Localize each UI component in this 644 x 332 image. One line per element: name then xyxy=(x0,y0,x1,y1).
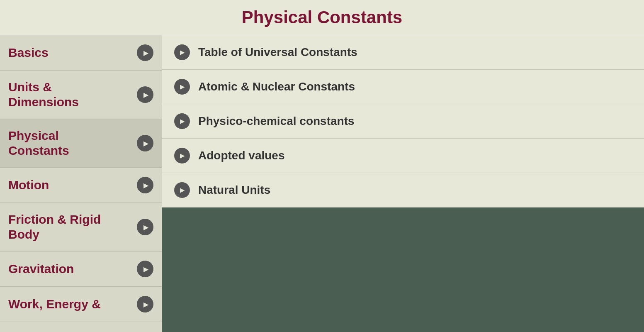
sidebar-label-friction-rigid-body: Friction & RigidBody xyxy=(8,212,101,241)
content-label-natural-units: Natural Units xyxy=(198,183,270,197)
page-title: Physical Constants xyxy=(242,7,402,27)
sidebar-item-units-dimensions[interactable]: Units &Dimensions xyxy=(0,71,162,119)
content-icon-natural-units xyxy=(174,182,190,198)
content-icon-atomic-nuclear xyxy=(174,79,190,95)
sidebar-label-work-energy: Work, Energy & xyxy=(8,297,101,311)
sidebar-arrow-motion xyxy=(137,177,153,193)
sidebar-arrow-units-dimensions xyxy=(137,86,153,103)
sidebar-label-gravitation: Gravitation xyxy=(8,262,74,276)
content-label-physico-chemical: Physico-chemical constants xyxy=(198,115,355,128)
sidebar-label-units-dimensions: Units &Dimensions xyxy=(8,80,79,109)
content-item-physico-chemical[interactable]: Physico-chemical constants xyxy=(162,104,644,139)
content-icon-adopted-values xyxy=(174,148,190,164)
content-icon-physico-chemical xyxy=(174,113,190,129)
sidebar-item-physical-constants[interactable]: PhysicalConstants xyxy=(0,119,162,168)
sidebar-item-gravitation[interactable]: Gravitation xyxy=(0,251,162,287)
sidebar-arrow-physical-constants xyxy=(137,135,153,151)
sidebar-label-physical-constants: PhysicalConstants xyxy=(8,129,69,157)
content-item-table-universal[interactable]: Table of Universal Constants xyxy=(162,35,644,70)
content-panel: Table of Universal Constants Atomic & Nu… xyxy=(162,35,644,332)
sidebar-arrow-friction-rigid-body xyxy=(137,219,153,235)
sidebar-item-friction-rigid-body[interactable]: Friction & RigidBody xyxy=(0,203,162,251)
sidebar-arrow-work-energy xyxy=(137,296,153,312)
sidebar-item-motion[interactable]: Motion xyxy=(0,168,162,203)
sidebar: Basics Units &Dimensions PhysicalConstan… xyxy=(0,35,162,332)
content-item-adopted-values[interactable]: Adopted values xyxy=(162,139,644,173)
content-label-adopted-values: Adopted values xyxy=(198,149,284,162)
sidebar-arrow-gravitation xyxy=(137,261,153,277)
content-icon-table-universal xyxy=(174,44,190,60)
content-item-natural-units[interactable]: Natural Units xyxy=(162,173,644,208)
sidebar-label-motion: Motion xyxy=(8,178,49,192)
sidebar-label-basics: Basics xyxy=(8,46,49,59)
sidebar-item-work-energy[interactable]: Work, Energy & xyxy=(0,287,162,322)
content-label-atomic-nuclear: Atomic & Nuclear Constants xyxy=(198,80,355,93)
content-item-atomic-nuclear[interactable]: Atomic & Nuclear Constants xyxy=(162,70,644,104)
content-label-table-universal: Table of Universal Constants xyxy=(198,46,357,59)
content-empty-area xyxy=(162,208,644,332)
app-header: Physical Constants xyxy=(0,0,644,35)
sidebar-arrow-basics xyxy=(137,44,153,61)
main-content: Basics Units &Dimensions PhysicalConstan… xyxy=(0,35,644,332)
sidebar-item-basics[interactable]: Basics xyxy=(0,35,162,71)
